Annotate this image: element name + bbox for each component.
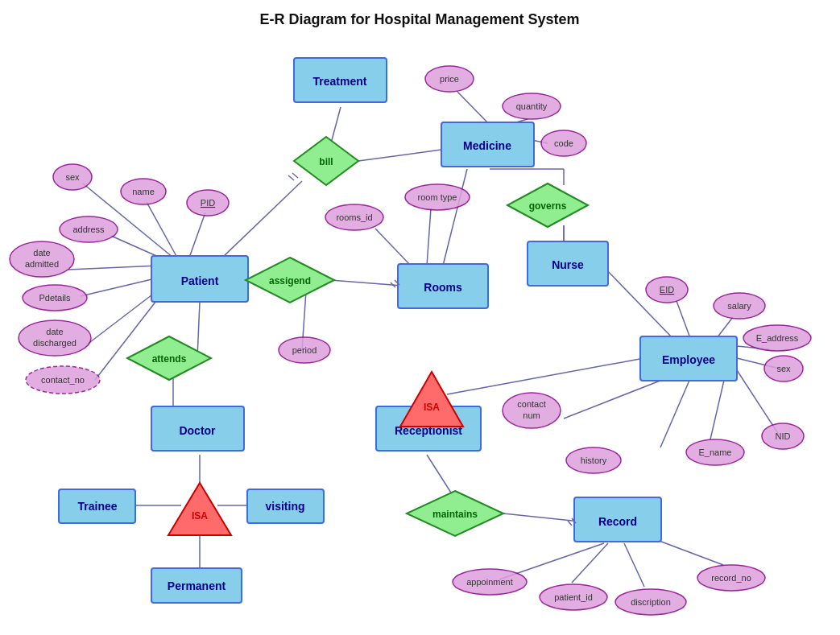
- entity-nurse-label: Nurse: [552, 258, 584, 271]
- line-attends-up: [197, 302, 200, 358]
- entity-visiting-label: visiting: [265, 500, 304, 513]
- attr-sex-label: sex: [65, 172, 80, 182]
- isa-employee-label: ISA: [424, 402, 440, 413]
- attr-e-address-label: E_address: [756, 333, 799, 343]
- attr-pdetails-label: Pdetails: [39, 293, 71, 303]
- dbl-tick1: [288, 175, 294, 180]
- isa-employee: [400, 372, 463, 427]
- attr-room-type-label: room type: [418, 192, 457, 202]
- attr-address-label: address: [72, 225, 105, 234]
- attr-eid-label: EID: [660, 285, 674, 295]
- attr-history-label: history: [581, 456, 607, 465]
- entity-treatment-label: Treatment: [313, 75, 367, 88]
- diagram-title: E-R Diagram for Hospital Management Syst…: [259, 11, 579, 27]
- attr-salary-label: salary: [727, 301, 751, 311]
- entity-trainee-label: Trainee: [77, 500, 117, 513]
- line-rec-disc: [624, 543, 644, 587]
- isa-doctor: [168, 483, 231, 535]
- entity-employee-label: Employee: [662, 353, 715, 366]
- line-med-price: [457, 92, 490, 125]
- attr-code-label: code: [554, 138, 573, 148]
- attr-sex2-label: sex: [776, 364, 791, 373]
- attr-contact-num-label2: num: [523, 410, 540, 420]
- line-emp-salary: [717, 317, 733, 338]
- relation-attends-label: attends: [152, 353, 187, 365]
- entity-rooms-label: Rooms: [424, 281, 462, 294]
- attr-rooms-id-label: rooms_id: [336, 212, 372, 222]
- line-rec-patid: [572, 543, 608, 583]
- line-med-rooms: [443, 169, 467, 266]
- line-emp-eid: [677, 301, 690, 338]
- entity-record-label: Record: [598, 515, 637, 528]
- relation-maintains-label: maintains: [432, 509, 478, 520]
- attr-e-name-label: E_name: [699, 447, 732, 457]
- attr-date-admitted-label: date: [33, 248, 50, 258]
- line-pat-datedis: [87, 290, 159, 344]
- dbl-tick2: [292, 173, 298, 178]
- attr-price-label: price: [440, 74, 459, 84]
- relation-governs-label: governs: [529, 200, 567, 212]
- entity-patient-label: Patient: [181, 274, 219, 287]
- entity-medicine-label: Medicine: [463, 139, 511, 152]
- dbl-tick4: [568, 521, 572, 526]
- attr-name-label: name: [132, 187, 155, 196]
- line-pat-pid: [189, 212, 205, 258]
- line-rooms-roomsid: [375, 229, 411, 266]
- attr-nid-label: NID: [776, 431, 791, 441]
- line-emp-history: [660, 377, 691, 447]
- er-diagram: E-R Diagram for Hospital Management Syst…: [0, 0, 840, 635]
- attr-contact-no-label: contact_no: [41, 375, 85, 385]
- line-pat-pdetails: [81, 278, 159, 296]
- relation-bill-label: bill: [319, 156, 333, 167]
- isa-doctor-label: ISA: [192, 510, 208, 522]
- attr-patient-id-label: patient_id: [554, 592, 593, 602]
- attr-date-discharged-label2: discharged: [33, 338, 77, 348]
- line-bill-medicine: [358, 149, 447, 161]
- relation-assigend-label: assigend: [269, 275, 311, 287]
- attr-date-admitted-label2: admitted: [25, 259, 59, 269]
- attr-contact-num-label: contact: [517, 399, 545, 409]
- line-rooms-roomtype: [427, 208, 431, 266]
- line-pat-name: [147, 202, 177, 258]
- line-emp-isa: [447, 358, 644, 394]
- entity-permanent-label: Permanent: [168, 579, 226, 592]
- line-emp-ename: [710, 377, 725, 439]
- entity-doctor-label: Doctor: [179, 424, 216, 437]
- line-pat-dateadm: [68, 266, 159, 270]
- attr-period-label: period: [292, 345, 317, 355]
- attr-pid-label: PID: [201, 198, 215, 208]
- attr-record-no-label: record_no: [711, 573, 751, 583]
- line-maint-record: [503, 513, 580, 522]
- attr-appoinment-label: appoinment: [466, 577, 513, 587]
- attr-discription-label: discription: [631, 597, 671, 607]
- attr-quantity-label: quantity: [516, 101, 548, 111]
- attr-date-discharged-label: date: [46, 327, 63, 336]
